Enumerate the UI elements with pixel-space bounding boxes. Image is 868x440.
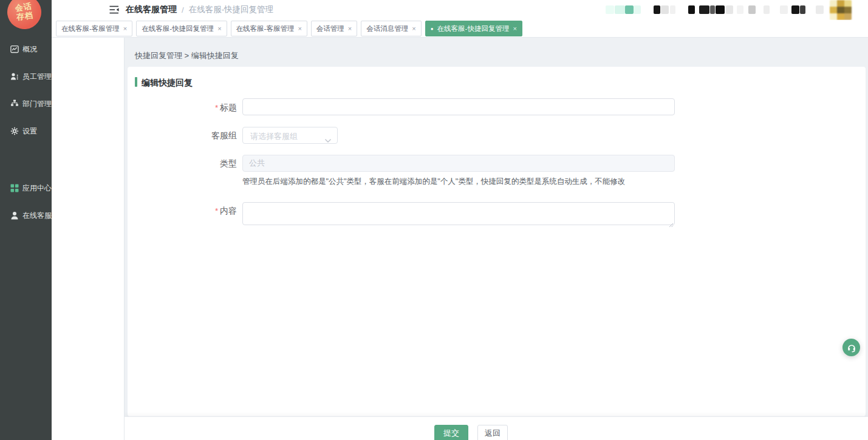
breadcrumb-separator: /	[182, 5, 184, 15]
tab-cs-management-2[interactable]: 在线客服-客服管理 ×	[231, 21, 307, 36]
select-placeholder: 请选择客服组	[250, 131, 298, 142]
breadcrumb-primary[interactable]: 在线客服管理	[126, 4, 177, 15]
top-header: 在线客服管理 / 在线客服-快捷回复管理	[52, 0, 868, 20]
app-grid-icon	[10, 184, 19, 192]
cs-group-select[interactable]: 请选择客服组	[242, 127, 338, 144]
sidebar-item-app-center[interactable]: 应用中心	[0, 182, 52, 194]
tab-quick-reply-management-1[interactable]: 在线客服-快捷回复管理 ×	[136, 21, 227, 36]
edit-quick-reply-card	[128, 67, 866, 416]
user-avatar[interactable]	[830, 0, 852, 20]
app-window: 会话 存档 概况 员工管理 部门管理 设置	[0, 0, 868, 440]
customer-service-icon	[10, 211, 19, 220]
tab-quick-reply-management-active[interactable]: ● 在线客服-快捷回复管理 ×	[425, 21, 522, 36]
app-logo[interactable]: 会话 存档	[5, 0, 43, 32]
active-dot-icon: ●	[431, 26, 434, 32]
close-icon[interactable]: ×	[298, 25, 301, 32]
required-mark: *	[215, 103, 218, 112]
card-title-accent-bar	[135, 77, 137, 87]
textarea-resize-handle-icon[interactable]	[669, 219, 674, 224]
type-label: 类型	[186, 158, 237, 169]
app-logo-text: 会话 存档	[15, 2, 34, 22]
type-help-text: 管理员在后端添加的都是"公共"类型，客服在前端添加的是"个人"类型，快捷回复的类…	[242, 177, 692, 187]
chevron-down-icon	[325, 134, 331, 138]
overview-chart-icon	[10, 45, 19, 53]
staff-icon	[10, 72, 19, 81]
card-title: 编辑快捷回复	[142, 78, 193, 89]
menu-fold-icon[interactable]	[109, 5, 119, 14]
sidebar-item-settings[interactable]: 设置	[0, 125, 52, 137]
close-icon[interactable]: ×	[513, 25, 516, 32]
tab-cs-management-1[interactable]: 在线客服-客服管理 ×	[56, 21, 132, 36]
sidebar-item-department-management[interactable]: 部门管理	[0, 98, 52, 110]
close-icon[interactable]: ×	[412, 25, 415, 32]
required-mark: *	[215, 206, 218, 215]
page-breadcrumb: 快捷回复管理 > 编辑快捷回复	[135, 50, 239, 61]
tab-session-message-management[interactable]: 会话消息管理 ×	[361, 21, 421, 36]
breadcrumb: 在线客服管理 / 在线客服-快捷回复管理	[126, 0, 273, 19]
submit-button[interactable]: 提交	[434, 425, 468, 440]
sidebar-item-staff-management[interactable]: 员工管理	[0, 70, 52, 83]
content-textarea[interactable]	[242, 202, 675, 225]
back-button[interactable]: 返回	[477, 425, 508, 440]
close-icon[interactable]: ×	[123, 25, 127, 32]
breadcrumb-current: 在线客服-快捷回复管理	[189, 4, 274, 15]
close-icon[interactable]: ×	[348, 25, 352, 32]
title-input[interactable]	[242, 98, 675, 115]
content-label: *内容	[186, 206, 237, 217]
open-tabs-bar: 在线客服-客服管理 × 在线客服-快捷回复管理 × 在线客服-客服管理 × 会话…	[52, 20, 868, 38]
sidebar-item-overview[interactable]: 概况	[0, 43, 52, 55]
sidebar-item-online-customer-service[interactable]: 在线客服	[0, 209, 52, 222]
close-icon[interactable]: ×	[217, 25, 221, 32]
title-label: *标题	[186, 103, 237, 113]
tab-session-management[interactable]: 会话管理 ×	[311, 21, 357, 36]
gear-icon	[10, 127, 19, 135]
cs-group-label: 客服组	[186, 130, 237, 141]
type-input	[242, 155, 675, 172]
department-tree-icon	[10, 100, 19, 108]
primary-sidebar: 会话 存档 概况 员工管理 部门管理 设置	[0, 0, 52, 440]
headset-icon	[847, 343, 856, 353]
floating-service-button[interactable]	[842, 339, 860, 356]
form-footer-bar: 提交 返回	[125, 417, 868, 440]
secondary-sidebar	[52, 38, 125, 440]
